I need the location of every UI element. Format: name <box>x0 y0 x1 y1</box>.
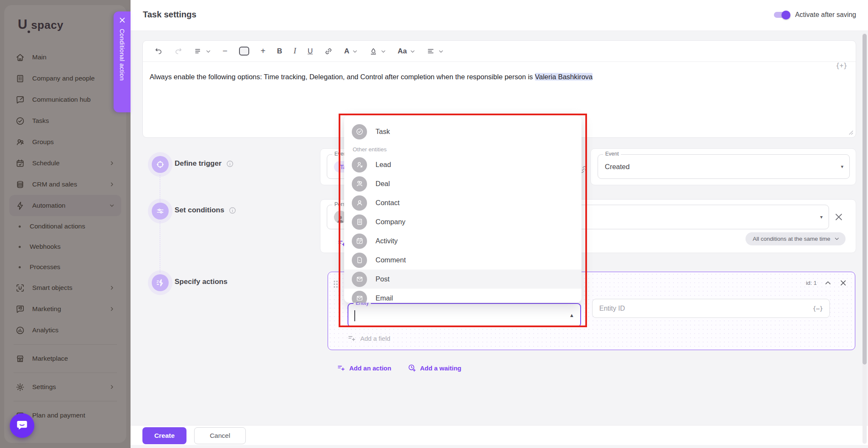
modal-dim-overlay <box>0 0 131 448</box>
remove-action-button[interactable] <box>839 279 847 287</box>
add-waiting-button[interactable]: Add a waiting <box>408 364 462 372</box>
info-icon[interactable] <box>228 206 236 214</box>
text-color-button[interactable]: A <box>344 47 358 56</box>
redo-button[interactable] <box>174 47 183 56</box>
remove-condition-button[interactable] <box>834 212 844 222</box>
dropdown-item-label: Deal <box>376 180 390 188</box>
trigger-event-card: Event Created ▾ <box>590 148 856 185</box>
dropdown-item-email[interactable]: Email <box>344 289 581 303</box>
dropdown-item-label: Company <box>376 218 406 226</box>
dropdown-group-label: Other entities <box>344 141 581 155</box>
editor-toolbar: − + B I U A Aa <box>143 41 856 62</box>
add-waiting-label: Add a waiting <box>420 365 462 372</box>
action-card-header: id: 1 <box>806 279 847 287</box>
dropdown-item-label: Lead <box>376 161 391 169</box>
sidebar: U spacy MainCompany and peopleCommunicat… <box>0 0 131 448</box>
dropdown-item-label: Comment <box>376 256 406 264</box>
bold-button[interactable]: B <box>277 47 282 56</box>
scrollbar-thumb[interactable] <box>862 34 867 365</box>
dropdown-item-contact[interactable]: Contact <box>344 193 581 212</box>
caret-down-icon: ▾ <box>841 164 843 170</box>
add-action-label: Add an action <box>349 365 391 372</box>
dropdown-item-task[interactable]: Task <box>344 122 581 141</box>
frame-icon <box>239 47 249 56</box>
insert-variable-button[interactable]: {⋯} <box>813 305 829 312</box>
add-field-button[interactable]: Add a field <box>348 334 390 342</box>
italic-button[interactable]: I <box>294 47 296 56</box>
activate-toggle-row: Activate after saving <box>774 11 856 19</box>
chat-icon <box>16 419 28 433</box>
scrollbar-track[interactable] <box>862 33 867 444</box>
dropdown-item-activity[interactable]: Activity <box>344 231 581 250</box>
entity-id-input[interactable] <box>593 305 813 312</box>
topbar: Task settings Activate after saving <box>131 0 868 31</box>
undo-button[interactable] <box>154 47 163 56</box>
add-field-label: Add a field <box>360 335 390 342</box>
dropdown-item-comment[interactable]: Comment <box>344 250 581 270</box>
specify-actions-label-row: Specify actions <box>175 278 228 286</box>
dropdown-item-label: Task <box>376 128 390 136</box>
underline-button[interactable]: U <box>308 47 313 56</box>
app: U spacy MainCompany and peopleCommunicat… <box>0 0 868 448</box>
close-icon[interactable] <box>119 17 126 24</box>
link-button[interactable] <box>324 47 333 56</box>
define-trigger-icon <box>152 156 169 173</box>
comment-entity-icon <box>352 253 367 268</box>
page-title: Task settings <box>143 10 196 19</box>
font-case-label: Aa <box>398 47 407 56</box>
text-cursor <box>354 310 355 321</box>
define-trigger-label: Define trigger <box>175 159 222 168</box>
info-icon[interactable] <box>226 160 234 168</box>
specify-actions-icon <box>152 274 169 291</box>
entity-id-field[interactable]: {⋯} <box>592 299 830 318</box>
align-button[interactable] <box>427 47 444 56</box>
increase-font-button[interactable]: + <box>261 46 266 56</box>
dropdown-item-company[interactable]: Company <box>344 212 581 231</box>
dropdown-item-label: Activity <box>376 237 398 245</box>
set-conditions-icon <box>152 203 169 220</box>
highlight-button[interactable] <box>369 47 386 56</box>
caret-up-icon: ▲ <box>569 312 574 318</box>
chat-fab-button[interactable] <box>10 413 34 438</box>
paragraph-format-button[interactable] <box>194 47 211 56</box>
create-button[interactable]: Create <box>142 427 186 444</box>
chevron-down-icon <box>381 48 386 54</box>
collapse-button[interactable] <box>824 279 832 287</box>
dropdown-item-post[interactable]: Post <box>344 270 581 289</box>
highlighted-mention: Valeria Bashkirova <box>535 73 593 81</box>
conditional-action-tab[interactable]: Conditional action <box>114 11 131 112</box>
connector-line <box>160 175 160 202</box>
dropdown-item-label: Contact <box>376 199 400 207</box>
chevron-down-icon <box>206 48 211 54</box>
resize-grip-icon[interactable] <box>847 129 854 135</box>
editor-text-area[interactable]: Always enable the following options: Tim… <box>143 62 856 82</box>
font-case-button[interactable]: Aa <box>398 47 415 56</box>
clock-plus-icon <box>408 364 416 372</box>
conditions-match-mode-pill[interactable]: All conditions at the same time <box>746 232 846 245</box>
add-action-button[interactable]: Add an action <box>337 364 391 372</box>
connector-line <box>160 221 160 273</box>
toggle-knob[interactable] <box>782 11 790 19</box>
event-field[interactable]: Event Created ▾ <box>598 154 850 179</box>
task-entity-icon <box>352 124 367 139</box>
dropdown-item-deal[interactable]: Deal <box>344 174 581 193</box>
post-entity-icon <box>352 272 367 287</box>
add-field-icon <box>348 334 356 342</box>
entity-select-field[interactable]: Entity ▲ <box>348 303 581 327</box>
conditions-match-mode-label: All conditions at the same time <box>753 236 830 242</box>
activity-entity-icon <box>352 234 367 249</box>
chevron-down-icon <box>438 48 444 54</box>
define-trigger-label-row: Define trigger <box>175 159 234 168</box>
decrease-font-button[interactable]: − <box>223 46 228 56</box>
drag-handle-icon[interactable] <box>333 280 339 289</box>
entity-dropdown-list: TaskOther entitiesLeadDealContactCompany… <box>344 122 581 303</box>
chevron-down-icon <box>834 236 840 242</box>
conditional-action-tab-label: Conditional action <box>119 29 125 81</box>
insert-variable-button[interactable]: {+} <box>836 62 847 70</box>
event-field-value: Created <box>605 163 630 171</box>
editor-text: Always enable the following options: Tim… <box>150 73 535 81</box>
frame-button[interactable] <box>239 47 249 56</box>
activate-toggle[interactable] <box>774 12 790 18</box>
dropdown-item-lead[interactable]: Lead <box>344 155 581 174</box>
cancel-button[interactable]: Cancel <box>194 427 246 444</box>
